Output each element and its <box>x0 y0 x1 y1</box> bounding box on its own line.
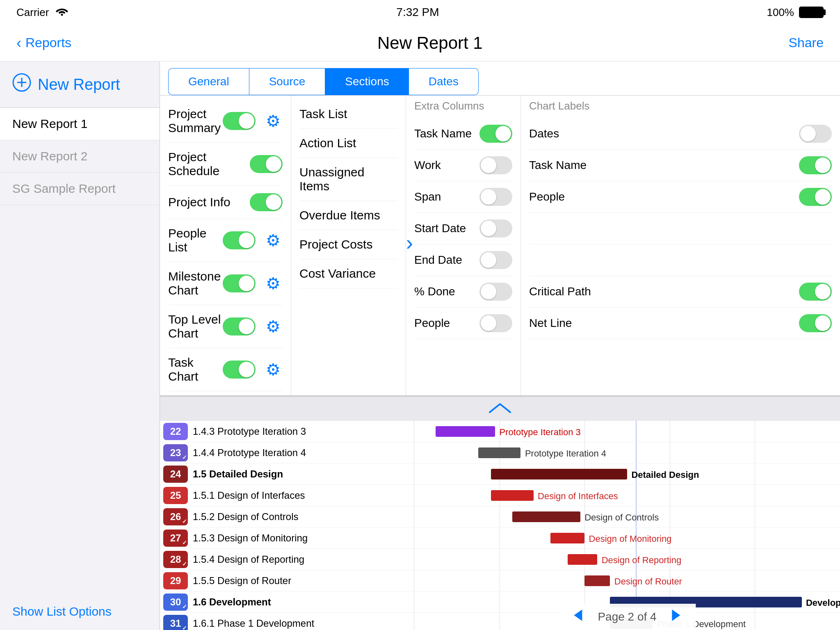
toggle-project-schedule[interactable] <box>250 155 283 173</box>
back-button[interactable]: ‹ Reports <box>16 34 71 52</box>
toggle-chart-critical-path[interactable] <box>799 283 832 301</box>
extra-percent-done: % Done <box>414 276 512 308</box>
gantt-bar-row-27: Design of Monitoring <box>414 527 840 549</box>
toggle-task-chart[interactable] <box>223 361 256 379</box>
gantt-num-28: 28 ✓ <box>163 551 188 568</box>
toggle-extra-end-date[interactable] <box>479 251 512 269</box>
sidebar: New Report New Report 1 New Report 2 SG … <box>0 62 160 630</box>
gantt-section: 22 1.4.3 Prototype Iteration 3 23 ✓ 1.4.… <box>160 421 840 630</box>
new-report-button[interactable]: New Report <box>0 62 160 108</box>
section-project-summary: Project Summary ⚙ <box>168 100 283 143</box>
section-cost-variance: Cost Variance <box>299 259 397 288</box>
gantt-row-24: 24 1.5 Detailed Design <box>160 463 414 485</box>
page-indicator: Page 2 of 4 <box>558 604 696 630</box>
extra-end-date: End Date <box>414 244 512 276</box>
section-task-list: Task List <box>299 100 397 129</box>
chart-empty2 <box>529 244 832 276</box>
share-button[interactable]: Share <box>789 35 824 50</box>
gear-people-list[interactable]: ⚙ <box>264 231 283 250</box>
toggle-extra-work[interactable] <box>479 156 512 174</box>
gantt-num-29: 29 <box>163 572 188 589</box>
gantt-row-31: 31 ✓ 1.6.1 Phase 1 Development <box>160 613 414 630</box>
wifi-icon <box>55 6 68 19</box>
toggle-chart-dates[interactable] <box>799 125 832 143</box>
gear-top-level-chart[interactable]: ⚙ <box>264 317 283 336</box>
gear-task-chart[interactable]: ⚙ <box>264 360 283 379</box>
gantt-row-29: 29 1.5.5 Design of Router <box>160 570 414 591</box>
svg-marker-4 <box>574 609 582 621</box>
gantt-num-26: 26 ✓ <box>163 508 188 525</box>
back-label[interactable]: Reports <box>25 35 71 50</box>
section-top-level-chart: Top Level Chart ⚙ <box>168 305 283 348</box>
time-label: 7:32 PM <box>396 6 439 19</box>
gantt-row-25: 25 1.5.1 Design of Interfaces <box>160 485 414 506</box>
extra-start-date: Start Date <box>414 213 512 244</box>
gantt-task-list: 22 1.4.3 Prototype Iteration 3 23 ✓ 1.4.… <box>160 421 414 630</box>
toggle-extra-span[interactable] <box>479 188 512 206</box>
chart-task-name: Task Name <box>529 150 832 181</box>
section-unassigned-items: Unassigned Items <box>299 158 397 201</box>
toggle-chart-net-line[interactable] <box>799 314 832 332</box>
sections-left-panel: Project Summary ⚙ Project Schedule Proje… <box>160 96 291 395</box>
page-prev-button[interactable] <box>571 608 585 626</box>
tab-source[interactable]: Source <box>249 68 325 95</box>
extra-span: Span <box>414 181 512 213</box>
toggle-chart-task-name[interactable] <box>799 156 832 174</box>
tab-general[interactable]: General <box>168 68 249 95</box>
toggle-milestone-chart[interactable] <box>223 274 256 292</box>
carrier-label: Carrier <box>16 6 49 19</box>
section-project-schedule: Project Schedule <box>168 143 283 186</box>
toggle-extra-start-date[interactable] <box>479 219 512 237</box>
collapse-button[interactable] <box>160 396 840 421</box>
toggle-chart-people[interactable] <box>799 188 832 206</box>
toggle-project-info[interactable] <box>250 193 283 211</box>
chart-labels-panel: Chart Labels Dates Task Name People <box>521 96 840 395</box>
settings-area: Project Summary ⚙ Project Schedule Proje… <box>160 96 840 396</box>
extra-columns-panel: Extra Columns Task Name Work Span Start … <box>406 96 521 395</box>
nav-bar: ‹ Reports New Report 1 Share <box>0 25 840 62</box>
toggle-top-level-chart[interactable] <box>223 317 256 336</box>
toggle-people-list[interactable] <box>223 231 256 249</box>
gantt-num-22: 22 <box>163 423 188 440</box>
show-list-options-button[interactable]: Show List Options <box>0 593 160 630</box>
sections-right-panel: › Task List Action List Unassigned Items… <box>291 96 406 395</box>
sidebar-item-report1[interactable]: New Report 1 <box>0 108 160 140</box>
section-overdue-items: Overdue Items <box>299 201 397 230</box>
extra-people: People <box>414 308 512 339</box>
gantt-bar-row-22: Prototype Iteration 3 <box>414 421 840 442</box>
tabs-row: General Source Sections Dates <box>160 62 840 96</box>
gantt-chart-area: Prototype Iteration 3 Prototype Iteratio… <box>414 421 840 630</box>
gantt-num-23: 23 ✓ <box>163 444 188 461</box>
section-task-chart: Task Chart ⚙ <box>168 348 283 391</box>
status-bar: Carrier 7:32 PM 100% <box>0 0 840 25</box>
chevron-up-icon <box>488 399 512 418</box>
tab-sections[interactable]: Sections <box>325 68 409 95</box>
svg-marker-5 <box>672 609 680 621</box>
gear-project-summary[interactable]: ⚙ <box>264 112 283 130</box>
gantt-row-22: 22 1.4.3 Prototype Iteration 3 <box>160 421 414 442</box>
status-left: Carrier <box>16 6 68 19</box>
toggle-extra-percent-done[interactable] <box>479 283 512 301</box>
gear-milestone-chart[interactable]: ⚙ <box>264 274 283 293</box>
section-people-list: People List ⚙ <box>168 219 283 262</box>
sidebar-item-report2[interactable]: New Report 2 <box>0 140 160 173</box>
gantt-bar-row-25: Design of Interfaces <box>414 485 840 506</box>
toggle-extra-people[interactable] <box>479 314 512 332</box>
reports-list: New Report 1 New Report 2 SG Sample Repo… <box>0 108 160 593</box>
gantt-num-25: 25 <box>163 487 188 504</box>
tab-dates[interactable]: Dates <box>409 68 479 95</box>
chart-people: People <box>529 181 832 213</box>
gantt-row-28: 28 ✓ 1.5.4 Design of Reporting <box>160 549 414 570</box>
content-panel: General Source Sections Dates Project Su… <box>160 62 840 630</box>
page-next-button[interactable] <box>669 608 684 626</box>
toggle-project-summary[interactable] <box>223 112 256 130</box>
plus-circle-icon <box>12 73 31 96</box>
page-title: New Report 1 <box>377 33 483 53</box>
gantt-num-27: 27 ✓ <box>163 530 188 547</box>
sidebar-item-report3[interactable]: SG Sample Report <box>0 173 160 205</box>
section-project-info: Project Info <box>168 186 283 219</box>
gantt-row-30: 30 ✓ 1.6 Development <box>160 591 414 613</box>
toggle-extra-task-name[interactable] <box>479 125 512 143</box>
page-label: Page 2 of 4 <box>598 610 656 623</box>
gantt-bar-row-23: Prototype Iteration 4 <box>414 442 840 463</box>
